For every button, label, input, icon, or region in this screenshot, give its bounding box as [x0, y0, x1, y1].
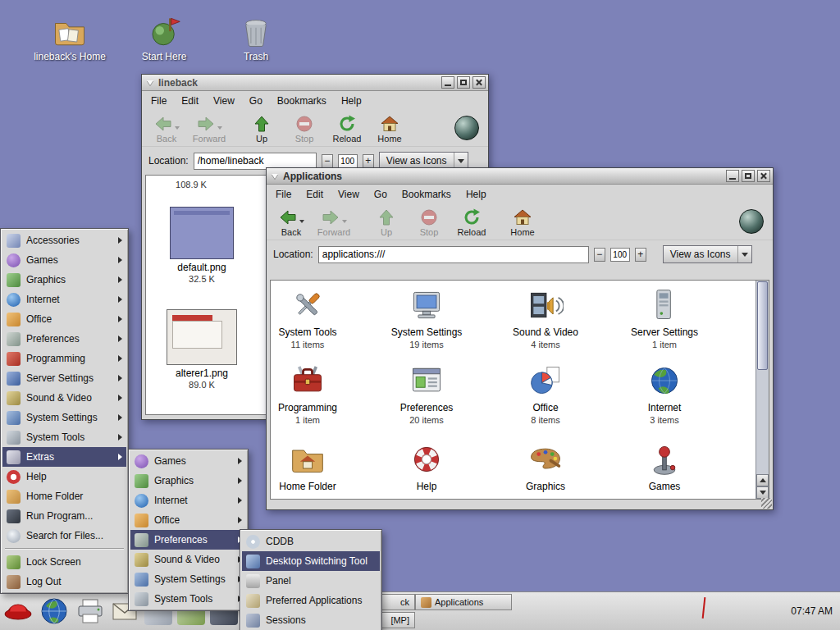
app-category-system-tools[interactable]: System Tools 11 items	[270, 284, 357, 349]
submenu-item-games[interactable]: Games	[130, 451, 246, 471]
menu-bookmarks[interactable]: Bookmarks	[395, 186, 458, 203]
submenu-item-sound-video[interactable]: Sound & Video	[130, 550, 246, 569]
zoom-in-button[interactable]: +	[363, 154, 374, 168]
submenu-item-preferences[interactable]: Preferences	[130, 530, 246, 550]
maximize-button[interactable]	[742, 170, 755, 182]
app-category-sound-video[interactable]: Sound & Video 4 items	[496, 284, 595, 349]
menu-item-extras[interactable]: Extras	[2, 447, 126, 467]
scroll-down-button[interactable]	[756, 486, 769, 499]
menu-item-run-program[interactable]: Run Program...	[2, 506, 126, 526]
up-button[interactable]: Up	[240, 113, 283, 145]
window-menu-icon[interactable]	[147, 80, 153, 85]
submenu-item-preferred-applications[interactable]: Preferred Applications	[242, 591, 380, 610]
menu-item-system-settings[interactable]: System Settings	[2, 408, 126, 427]
submenu-item-sessions[interactable]: Sessions	[242, 610, 380, 630]
menu-item-preferences[interactable]: Preferences	[2, 329, 126, 349]
main-menu-redhat-icon[interactable]	[2, 596, 34, 627]
menu-edit[interactable]: Edit	[175, 93, 205, 109]
clock-applet[interactable]: 07:47 AM	[791, 592, 833, 630]
maximize-button[interactable]	[457, 76, 470, 89]
location-input[interactable]	[318, 246, 589, 263]
menu-view[interactable]: View	[207, 93, 241, 109]
menu-item-log-out[interactable]: Log Out	[2, 572, 126, 591]
zoom-out-button[interactable]: −	[322, 154, 333, 168]
menu-item-home-folder[interactable]: Home Folder	[2, 486, 126, 506]
vertical-scrollbar[interactable]	[756, 281, 769, 499]
submenu-item-panel[interactable]: Panel	[242, 571, 380, 591]
home-button[interactable]: Home	[501, 207, 544, 239]
forward-button[interactable]: Forward	[313, 207, 355, 239]
app-category-label: Office	[496, 402, 595, 413]
menu-item-graphics[interactable]: Graphics	[2, 270, 126, 290]
minimize-button[interactable]	[726, 170, 739, 182]
stop-button[interactable]: Stop	[408, 207, 450, 239]
submenu-item-cddb[interactable]: CDDB	[242, 532, 380, 551]
submenu-item-internet[interactable]: Internet	[130, 491, 246, 510]
web-browser-icon[interactable]	[39, 596, 70, 627]
scroll-up-button[interactable]	[756, 474, 769, 486]
close-button[interactable]	[757, 170, 770, 182]
window-menu-icon[interactable]	[272, 174, 278, 179]
menu-item-help[interactable]: Help	[2, 467, 126, 486]
menu-item-programming[interactable]: Programming	[2, 349, 126, 368]
reload-button[interactable]: Reload	[326, 113, 368, 145]
submenu-item-system-tools[interactable]: System Tools	[130, 589, 246, 609]
menu-bookmarks[interactable]: Bookmarks	[271, 93, 333, 109]
menu-help[interactable]: Help	[335, 93, 368, 109]
app-category-games[interactable]: Games	[615, 438, 714, 494]
file-alterer1-png[interactable]: alterer1.png 89.0 K	[153, 309, 251, 390]
printer-icon[interactable]	[75, 596, 106, 627]
menu-go[interactable]: Go	[368, 186, 394, 203]
scrollbar-thumb[interactable]	[757, 281, 768, 370]
back-button[interactable]: Back	[270, 207, 313, 239]
lineback-titlebar[interactable]: lineback	[142, 75, 488, 91]
app-category-preferences[interactable]: Preferences 20 items	[377, 359, 476, 425]
system-settings-icon	[135, 573, 148, 587]
app-category-help[interactable]: Help	[377, 438, 476, 494]
app-category-graphics[interactable]: Graphics	[496, 438, 595, 494]
up-button[interactable]: Up	[365, 207, 408, 239]
menu-file[interactable]: File	[269, 186, 298, 203]
app-category-programming[interactable]: Programming 1 item	[270, 359, 357, 425]
minimize-button[interactable]	[441, 76, 454, 89]
close-button[interactable]	[472, 76, 486, 89]
menu-help[interactable]: Help	[459, 186, 493, 203]
view-as-dropdown[interactable]: View as Icons	[663, 245, 752, 263]
app-category-office[interactable]: Office 8 items	[496, 359, 595, 425]
stop-button[interactable]: Stop	[283, 113, 326, 145]
menu-file[interactable]: File	[144, 93, 173, 109]
resize-grip[interactable]	[761, 498, 772, 509]
app-category-server-settings[interactable]: Server Settings 1 item	[615, 284, 714, 349]
menu-item-system-tools[interactable]: System Tools	[2, 427, 126, 447]
menu-item-search-for-files[interactable]: Search for Files...	[2, 526, 126, 546]
menu-item-office[interactable]: Office	[2, 309, 126, 329]
submenu-item-system-settings[interactable]: System Settings	[130, 569, 246, 589]
back-button[interactable]: Back	[145, 113, 188, 145]
menu-item-accessories[interactable]: Accessories	[2, 231, 126, 250]
home-button[interactable]: Home	[368, 113, 411, 145]
menu-view[interactable]: View	[331, 186, 366, 203]
app-category-system-settings[interactable]: System Settings 19 items	[377, 284, 476, 349]
applications-titlebar[interactable]: Applications	[267, 168, 773, 185]
submenu-item-office[interactable]: Office	[130, 510, 246, 530]
menu-item-internet[interactable]: Internet	[2, 290, 126, 309]
app-category-home-folder[interactable]: Home Folder	[270, 438, 357, 494]
file-default-png[interactable]: default.png 32.5 K	[153, 207, 251, 284]
desktop-icon-start-here[interactable]: Start Here	[121, 7, 208, 62]
app-category-internet[interactable]: Internet 3 items	[615, 359, 714, 425]
menu-go[interactable]: Go	[243, 93, 269, 109]
desktop-icon-trash[interactable]: Trash	[215, 7, 297, 62]
menu-item-lock-screen[interactable]: Lock Screen	[2, 552, 126, 572]
submenu-item-desktop-switching-tool[interactable]: Desktop Switching Tool	[242, 551, 380, 571]
submenu-item-graphics[interactable]: Graphics	[130, 471, 246, 491]
reload-button[interactable]: Reload	[450, 207, 493, 239]
forward-button[interactable]: Forward	[188, 113, 231, 145]
zoom-in-button[interactable]: +	[635, 248, 646, 262]
menu-item-sound-video[interactable]: Sound & Video	[2, 388, 126, 408]
taskbar-button-applications[interactable]: Applications	[415, 594, 512, 610]
menu-item-server-settings[interactable]: Server Settings	[2, 368, 126, 388]
menu-item-games[interactable]: Games	[2, 250, 126, 270]
menu-edit[interactable]: Edit	[299, 186, 330, 203]
desktop-icon-home[interactable]: lineback's Home	[25, 7, 115, 62]
zoom-out-button[interactable]: −	[594, 248, 605, 262]
